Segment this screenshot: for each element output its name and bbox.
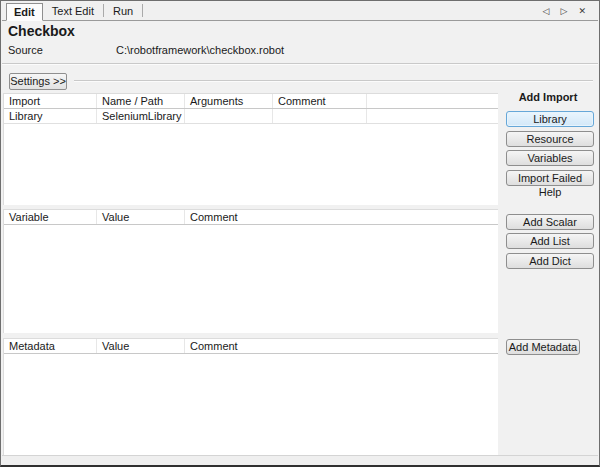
import-header-empty (367, 94, 498, 108)
import-header-import: Import (4, 94, 97, 108)
import-cell-type[interactable]: Library (4, 109, 97, 123)
variables-button[interactable]: Variables (506, 150, 594, 166)
import-cell-comment[interactable] (273, 109, 367, 123)
page-title: Checkbox (8, 23, 75, 39)
metadata-table: Metadata Value Comment (3, 338, 498, 456)
import-cell-arguments[interactable] (185, 109, 273, 123)
import-header-comment: Comment (273, 94, 367, 108)
settings-divider-line (74, 80, 593, 82)
source-path: C:\robotframework\checkbox.robot (116, 44, 284, 56)
metadata-header-metadata: Metadata (4, 339, 97, 353)
metadata-header-value: Value (97, 339, 185, 353)
tab-edit[interactable]: Edit (6, 3, 43, 21)
tab-close-icon[interactable]: ✕ (578, 6, 586, 16)
resource-button[interactable]: Resource (506, 131, 594, 147)
import-header-name-path: Name / Path (97, 94, 185, 108)
tab-text-edit[interactable]: Text Edit (43, 4, 104, 17)
import-cell-name[interactable]: SeleniumLibrary (97, 109, 185, 123)
variable-header-comment: Comment (185, 210, 498, 224)
tab-scroll-right-icon[interactable]: ▷ (561, 6, 568, 16)
source-label: Source (8, 44, 43, 56)
add-list-button[interactable]: Add List (506, 233, 594, 249)
add-metadata-button[interactable]: Add Metadata (506, 339, 580, 355)
variable-header-variable: Variable (4, 210, 97, 224)
import-header-arguments: Arguments (185, 94, 273, 108)
import-failed-help-button[interactable]: Import Failed Help (506, 170, 594, 186)
add-scalar-button[interactable]: Add Scalar (506, 214, 594, 230)
library-button[interactable]: Library (506, 111, 594, 127)
tab-run[interactable]: Run (104, 4, 143, 17)
variable-table: Variable Value Comment (3, 209, 498, 333)
variable-table-header-row: Variable Value Comment (4, 210, 498, 225)
import-table: Import Name / Path Arguments Comment Lib… (3, 93, 498, 205)
variable-header-value: Value (97, 210, 185, 224)
editor-tabbar: Edit Text Edit Run ◁ ▷ ✕ (2, 2, 598, 21)
tab-nav-controls: ◁ ▷ ✕ (543, 2, 586, 20)
add-import-label: Add Import (498, 91, 598, 103)
header-divider (2, 63, 598, 65)
settings-toggle-button[interactable]: Settings >> (9, 73, 67, 90)
tab-scroll-left-icon[interactable]: ◁ (543, 6, 550, 16)
add-dict-button[interactable]: Add Dict (506, 253, 594, 269)
ride-editor-window: Edit Text Edit Run ◁ ▷ ✕ Checkbox Source… (0, 0, 600, 467)
metadata-header-comment: Comment (185, 339, 498, 353)
metadata-table-header-row: Metadata Value Comment (4, 339, 498, 354)
bottom-status-strip (2, 455, 598, 465)
table-row: Library SeleniumLibrary (4, 109, 498, 124)
import-table-header-row: Import Name / Path Arguments Comment (4, 94, 498, 109)
import-cell-empty[interactable] (367, 109, 498, 123)
